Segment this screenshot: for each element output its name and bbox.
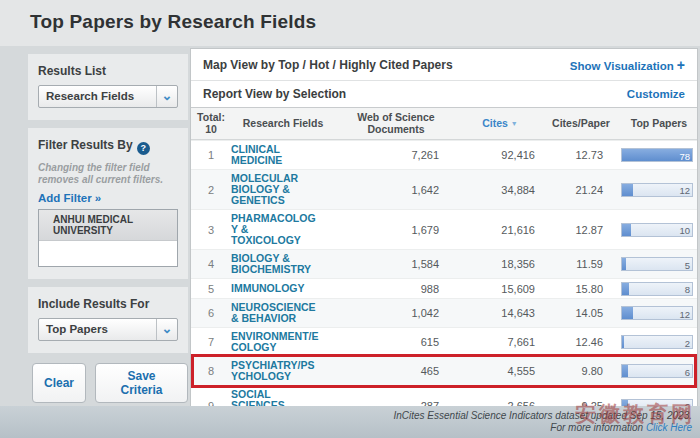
results-list-value: Research Fields (39, 86, 156, 107)
filter-list-item[interactable]: ANHUI MEDICAL UNIVERSITY (39, 210, 177, 241)
row-documents: 615 (335, 336, 457, 348)
research-field-link[interactable]: CLINICAL MEDICINE (231, 141, 335, 169)
report-view-row: Report View by Selection Customize (191, 81, 697, 107)
top-papers-bar: 10 (621, 223, 693, 237)
row-cites: 18,356 (457, 258, 543, 270)
top-papers-value: 78 (679, 151, 690, 162)
filter-results-label-text: Filter Results By (38, 138, 133, 152)
col-cites-sort[interactable]: Cites ▼ (457, 117, 543, 130)
research-field-link[interactable]: ENVIRONMENT/E COLOGY (231, 328, 335, 356)
more-info-line: For more information Click Here (0, 422, 692, 434)
top-papers-bar: 12 (621, 183, 693, 197)
filter-results-label: Filter Results By? (38, 138, 178, 155)
research-field-link[interactable]: IMMUNOLOGY (231, 280, 335, 297)
top-papers-value: 8 (685, 284, 690, 295)
row-documents: 1,642 (335, 184, 457, 196)
research-field-link[interactable]: NEUROSCIENCE & BEHAVIOR (231, 299, 335, 327)
top-papers-value: 12 (679, 309, 690, 320)
show-visualization-link[interactable]: Show Visualization+ (570, 57, 685, 73)
table-header: Total: 10 Research Fields Web of Science… (191, 107, 697, 140)
filter-panel: Filter Results By? Changing the filter f… (28, 128, 188, 279)
row-rank: 5 (191, 283, 231, 295)
row-cites-per-paper: 15.80 (543, 283, 619, 295)
clear-button[interactable]: Clear (32, 363, 86, 403)
table-row: 2 MOLECULAR BIOLOGY & GENETICS 1,642 34,… (191, 169, 697, 209)
add-filter-link[interactable]: Add Filter » (38, 192, 178, 204)
table-row: 3 PHARMACOLOG Y & TOXICOLOGY 1,679 21,61… (191, 209, 697, 249)
top-papers-bar-fill (622, 258, 626, 270)
top-papers-value: 10 (679, 225, 690, 236)
top-papers-value: 6 (685, 367, 690, 378)
top-papers-cell: 12 (619, 306, 699, 320)
col-wos-documents: Web of Science Documents (335, 111, 457, 135)
show-visualization-label: Show Visualization (570, 60, 674, 72)
help-icon[interactable]: ? (137, 142, 150, 155)
sidebar-buttons: Clear Save Criteria (28, 361, 188, 403)
row-documents: 1,584 (335, 258, 457, 270)
top-papers-bar: 2 (621, 335, 693, 349)
map-view-row: Map View by Top / Hot / Highly Cited Pap… (191, 49, 697, 81)
chevron-down-icon: ⌄ (156, 86, 177, 107)
top-papers-bar: 6 (621, 364, 693, 378)
customize-link[interactable]: Customize (627, 88, 685, 100)
sort-desc-icon: ▼ (511, 120, 518, 127)
row-cites-per-paper: 21.24 (543, 184, 619, 196)
top-papers-bar: 78 (621, 148, 693, 162)
table-body: 1 CLINICAL MEDICINE 7,261 92,416 12.73 7… (191, 140, 697, 438)
top-papers-bar-fill (622, 224, 631, 236)
row-rank: 4 (191, 258, 231, 270)
include-results-dropdown[interactable]: Top Papers ⌄ (38, 318, 178, 341)
row-documents: 988 (335, 283, 457, 295)
research-field-link[interactable]: PSYCHIATRY/PS YCHOLOGY (231, 357, 335, 385)
top-papers-value: 12 (679, 185, 690, 196)
row-cites: 21,616 (457, 224, 543, 236)
row-rank: 8 (191, 365, 231, 377)
top-papers-cell: 8 (619, 282, 699, 296)
row-cites: 34,884 (457, 184, 543, 196)
row-documents: 465 (335, 365, 457, 377)
row-documents: 7,261 (335, 149, 457, 161)
results-list-dropdown[interactable]: Research Fields ⌄ (38, 85, 178, 108)
page-title: Top Papers by Research Fields (0, 0, 700, 33)
click-here-link[interactable]: Click Here (646, 422, 692, 433)
include-results-panel: Include Results For Top Papers ⌄ (28, 287, 188, 353)
row-cites-per-paper: 11.59 (543, 258, 619, 270)
row-documents: 1,042 (335, 307, 457, 319)
more-info-text: For more information (550, 422, 646, 433)
include-results-label: Include Results For (38, 297, 178, 311)
map-view-title: Map View by Top / Hot / Highly Cited Pap… (203, 58, 453, 72)
row-rank: 1 (191, 149, 231, 161)
top-papers-cell: 5 (619, 257, 699, 271)
plus-icon: + (677, 57, 685, 73)
table-row: 1 CLINICAL MEDICINE 7,261 92,416 12.73 7… (191, 140, 697, 169)
top-papers-bar: 12 (621, 306, 693, 320)
save-criteria-button[interactable]: Save Criteria (95, 363, 188, 403)
report-view-title: Report View by Selection (203, 87, 346, 101)
table-row: 5 IMMUNOLOGY 988 15,609 15.80 8 (191, 278, 697, 298)
top-papers-value: 5 (685, 260, 690, 271)
row-cites-per-paper: 14.05 (543, 307, 619, 319)
research-field-link[interactable]: PHARMACOLOG Y & TOXICOLOGY (231, 210, 335, 249)
top-papers-bar: 8 (621, 282, 693, 296)
row-rank: 3 (191, 224, 231, 236)
research-field-link[interactable]: MOLECULAR BIOLOGY & GENETICS (231, 170, 335, 209)
top-papers-bar-fill (622, 283, 629, 295)
row-cites: 15,609 (457, 283, 543, 295)
footer: InCites Essential Science Indicators dat… (0, 406, 700, 438)
row-cites-per-paper: 12.46 (543, 336, 619, 348)
row-cites-per-paper: 9.80 (543, 365, 619, 377)
filter-listbox[interactable]: ANHUI MEDICAL UNIVERSITY (38, 209, 178, 267)
results-list-label: Results List (38, 64, 178, 78)
col-cites-label: Cites (482, 117, 508, 129)
top-papers-cell: 12 (619, 183, 699, 197)
research-field-link[interactable]: BIOLOGY & BIOCHEMISTRY (231, 250, 335, 278)
main-panel: Map View by Top / Hot / Highly Cited Pap… (190, 48, 698, 438)
top-papers-cell: 2 (619, 335, 699, 349)
top-papers-bar-fill (622, 336, 624, 348)
total-value: 10 (191, 123, 231, 135)
top-papers-cell: 6 (619, 364, 699, 378)
top-papers-bar-fill (622, 307, 633, 319)
top-papers-cell: 10 (619, 223, 699, 237)
row-cites: 14,643 (457, 307, 543, 319)
sidebar: Results List Research Fields ⌄ Filter Re… (28, 54, 188, 403)
